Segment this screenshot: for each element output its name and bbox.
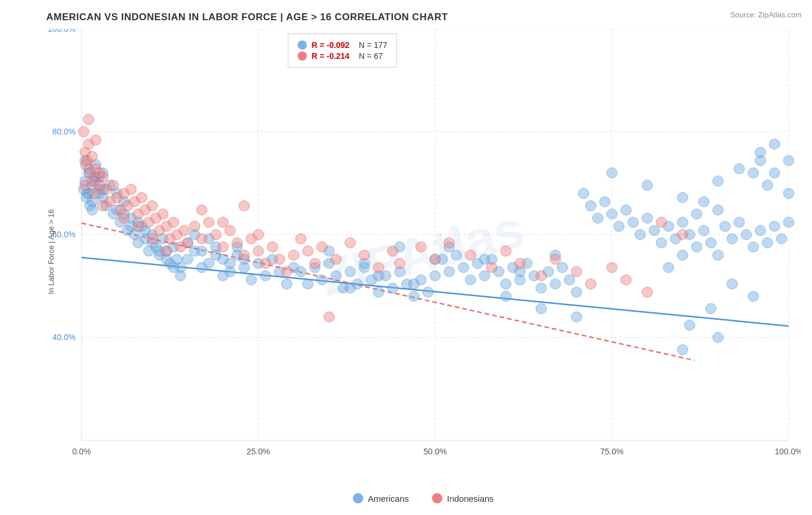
legend-dot-americans	[353, 493, 363, 503]
legend-label-americans: Americans	[368, 494, 409, 503]
legend-n-blue: N = 177	[359, 40, 387, 50]
x-legend: Americans Indonesians	[46, 493, 800, 503]
svg-text:0.0%: 0.0%	[72, 447, 91, 457]
chart-title: AMERICAN VS INDONESIAN IN LABOR FORCE | …	[46, 12, 800, 23]
legend-dot-blue	[297, 40, 307, 50]
legend-n-pink: N = 67	[359, 51, 383, 61]
scatter-chart: 100.0% 80.0% 60.0% 40.0% 0.0% 25.0% 50.0…	[46, 29, 800, 475]
legend-dot-indonesians	[432, 493, 442, 503]
y-axis-label: In Labor Force | Age > 16	[47, 210, 55, 294]
chart-area: In Labor Force | Age > 16 R = -0.092 N =…	[46, 29, 800, 475]
svg-text:60.0%: 60.0%	[53, 230, 76, 239]
legend-row-blue: R = -0.092 N = 177	[297, 40, 387, 50]
legend-dot-pink	[297, 51, 307, 61]
legend: R = -0.092 N = 177 R = -0.214 N = 67	[288, 33, 397, 68]
svg-text:75.0%: 75.0%	[600, 447, 623, 457]
legend-row-pink: R = -0.214 N = 67	[297, 51, 387, 61]
legend-item-indonesians: Indonesians	[432, 493, 494, 503]
svg-text:100.0%: 100.0%	[48, 29, 76, 33]
svg-text:100.0%: 100.0%	[774, 447, 800, 457]
svg-text:80.0%: 80.0%	[53, 127, 76, 136]
legend-r-blue: R = -0.092	[311, 40, 349, 50]
svg-text:40.0%: 40.0%	[53, 333, 76, 342]
legend-item-americans: Americans	[353, 493, 409, 503]
chart-container: AMERICAN VS INDONESIAN IN LABOR FORCE | …	[0, 0, 812, 515]
source-text: Source: ZipAtlas.com	[730, 10, 802, 19]
svg-text:50.0%: 50.0%	[423, 447, 446, 457]
legend-label-indonesians: Indonesians	[447, 494, 494, 503]
legend-r-pink: R = -0.214	[311, 51, 349, 61]
svg-text:25.0%: 25.0%	[247, 447, 270, 457]
